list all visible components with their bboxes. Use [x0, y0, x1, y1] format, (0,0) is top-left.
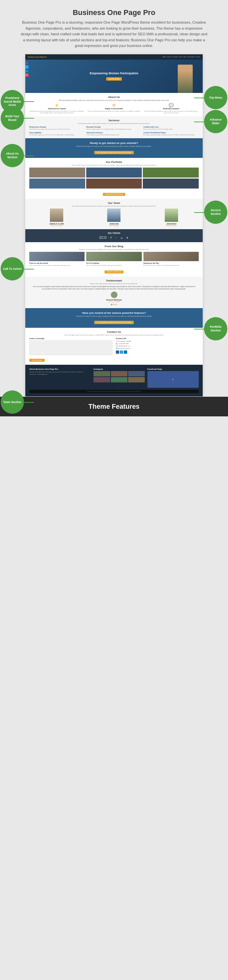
- about-col-1: ⚡ Optimised for Speed Quickly develop an…: [29, 103, 84, 114]
- contact-form: Leave a message Send message: [29, 337, 112, 362]
- blog-title: From Our Blog: [29, 245, 199, 248]
- annotation-service-section: Service Section: [204, 200, 227, 224]
- cta2-title: Have you looked at the various powerful …: [29, 312, 199, 315]
- blog-post-2-text: This is a quick fix to some problems and…: [86, 264, 141, 266]
- testimonials-author-wrap: Santosh Maharjan CEO, Co-Founder: [29, 291, 199, 302]
- annotation-call-to-action: Call To Action: [1, 257, 24, 280]
- team-section: Our Team Do you have team members? Thank…: [25, 199, 203, 229]
- portfolio-btn[interactable]: VIEW MORE PORTFOLIO: [103, 193, 125, 196]
- twitter-icon[interactable]: t: [25, 65, 28, 68]
- annotation-about-us: About Us Section: [1, 144, 24, 167]
- insta-img-2: [111, 371, 127, 376]
- contact-li-icon[interactable]: [124, 350, 127, 354]
- about-col-1-title: Optimised for Speed: [29, 108, 84, 110]
- blog-post-3-title: Glazing at the Sky: [144, 262, 199, 264]
- footer-section: About Business One Page Pro Business One…: [25, 365, 203, 396]
- footer-facebook: Facebook Page f: [147, 368, 199, 388]
- info-web: 🌐 www.yourdomain.com: [116, 347, 199, 349]
- service-item-5: Awesome Features It has a plenty of powe…: [86, 132, 141, 135]
- service-item-4: Easy legibility It is important to give …: [29, 132, 84, 135]
- testimonial-dots: [29, 304, 199, 305]
- nav-item-services[interactable]: Services: [167, 56, 172, 57]
- hero-section: f t in ig Empowering Women Participation…: [25, 60, 203, 93]
- instagram-grid: [93, 371, 145, 382]
- testimonials-title: Testimonials: [29, 279, 199, 282]
- portfolio-section: Our Portfolio This is portfolio section.…: [25, 158, 203, 199]
- contact-fb-icon[interactable]: [116, 350, 119, 354]
- service-6-text: A compact professional page template for…: [144, 134, 199, 135]
- contact-tw-icon[interactable]: [120, 350, 123, 354]
- service-6-title: Custom Predefined Pages: [144, 132, 199, 134]
- service-item-1: Responsive Design We build business desi…: [29, 126, 84, 130]
- hero-tagline: Empowering Women Participation: [90, 72, 138, 75]
- service-3-title: Crafted with Love: [144, 126, 199, 128]
- linkedin-icon[interactable]: in: [25, 69, 28, 73]
- nav-item-contact[interactable]: Contact: [195, 56, 200, 57]
- dot-2[interactable]: [113, 304, 115, 305]
- form-field-name[interactable]: [29, 340, 112, 344]
- service-5-text: It has a plenty of powerful and valuable…: [86, 134, 141, 135]
- fb-widget: f: [147, 371, 199, 388]
- service-2-title: Beautiful Design: [86, 126, 141, 128]
- contact-grid: Leave a message Send message Contact Inf…: [29, 337, 199, 362]
- team-photo-1: [50, 208, 63, 222]
- annotation-build-brand: Build Your Brand: [1, 107, 24, 130]
- clients-section: Our Clients ECO ⚙ ♪ ☁ ♟: [25, 229, 203, 242]
- form-field-message[interactable]: [29, 348, 112, 355]
- portfolio-item-3: [143, 167, 199, 178]
- blog-grid: Time to sail the world This is a descrip…: [29, 252, 199, 266]
- blog-post-2-title: Art of Cooking: [86, 262, 141, 264]
- cta2-button[interactable]: TRY BUSINESS ONE PAGE PRO FOR FREE!: [94, 321, 134, 324]
- portfolio-btn-wrap: VIEW MORE PORTFOLIO: [29, 190, 199, 196]
- service-item-6: Custom Predefined Pages A compact profes…: [144, 132, 199, 135]
- contact-social: [116, 350, 199, 354]
- instagram-icon[interactable]: ig: [25, 73, 28, 76]
- team-role-1: CEO, Co-Founder: [29, 225, 84, 226]
- full-layout: Business One Page Pro About Services Por…: [0, 54, 228, 397]
- services-grid: Responsive Design We build business desi…: [29, 126, 199, 135]
- testimonials-desc: All your testimonials will give details …: [29, 283, 199, 285]
- blog-post-2: Art of Cooking This is a quick fix to so…: [86, 252, 141, 266]
- hero-btn[interactable]: LEARN MORE: [106, 77, 122, 81]
- info-phone: 📞 +1 (123) 456-7890: [116, 343, 199, 344]
- nav-item-blog[interactable]: Blog: [184, 56, 186, 57]
- form-field-email[interactable]: [29, 344, 112, 348]
- nav-item-testimonials[interactable]: Testimonials: [187, 56, 195, 57]
- service-5-title: Awesome Features: [86, 132, 141, 134]
- nav-bar: Business One Page Pro About Services Por…: [25, 54, 203, 60]
- nav-item-portfolio[interactable]: Portfolio: [173, 56, 178, 57]
- nav-item-team[interactable]: Team: [179, 56, 182, 57]
- about-desc: We have professional ability to give you…: [29, 100, 199, 101]
- footer-instagram: Instagram: [93, 368, 145, 388]
- blog-post-1-text: This is a description when we tried a ne…: [29, 264, 84, 266]
- cta1-section: Ready to get started on your website? Bu…: [25, 138, 203, 158]
- footer-cols: About Business One Page Pro Business One…: [29, 368, 199, 388]
- blog-post-3: Glazing at the Sky An amazing nature to …: [144, 252, 199, 266]
- about-section: About Us We have professional ability to…: [25, 93, 203, 116]
- line-call-to-action: [24, 269, 34, 269]
- nav-item-about[interactable]: About: [163, 56, 166, 57]
- footer-about-text: Business One Page Pro is a stunning, res…: [29, 371, 91, 375]
- service-4-title: Easy legibility: [29, 132, 84, 134]
- bottom-bar: Theme Features: [0, 397, 228, 416]
- form-submit-btn[interactable]: Send message: [29, 359, 44, 362]
- about-col-2-title: Highly Customizable: [87, 108, 142, 110]
- cta1-button[interactable]: TRY BUSINESS ONE PAGE PRO FOR FREE!: [94, 151, 134, 154]
- insta-img-6: [128, 377, 145, 382]
- team-title: Our Team: [29, 202, 199, 205]
- page-wrapper: Business One Page Pro Business One Page …: [0, 0, 228, 416]
- blog-desc: Read from our huge repertoire of highly …: [29, 248, 199, 250]
- services-section: Services Our Business provides a wide va…: [25, 116, 203, 138]
- about-title: About Us: [29, 95, 199, 99]
- line-portfolio-section: [194, 329, 204, 329]
- blog-btn[interactable]: VIEW ALL ARTICLES: [104, 270, 124, 274]
- contact-desc: This contact page is good for client and…: [29, 334, 199, 336]
- facebook-icon[interactable]: f: [25, 61, 28, 65]
- portfolio-desc: This is portfolio section. You can showc…: [29, 164, 199, 166]
- client-logo-1: ECO: [100, 236, 107, 240]
- about-col-2-text: Use the many based options that allows y…: [87, 110, 142, 112]
- dot-3[interactable]: [116, 304, 117, 305]
- nav-logo: Business One Page Pro: [28, 56, 47, 58]
- dot-1[interactable]: [111, 304, 112, 305]
- footer-about-title: About Business One Page Pro: [29, 368, 91, 370]
